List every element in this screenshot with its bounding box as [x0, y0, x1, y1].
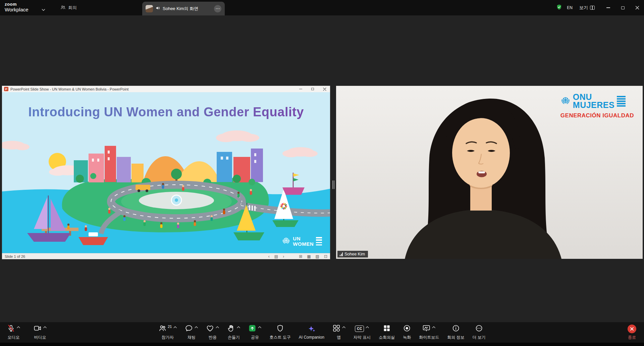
- view-button[interactable]: 보기: [579, 5, 595, 11]
- previous-slide-icon[interactable]: ‹: [268, 254, 270, 259]
- zoom-workplace-logo: zoom Workplace: [5, 2, 29, 12]
- next-slide-icon[interactable]: ›: [283, 254, 284, 259]
- reactions-button[interactable]: 반응: [203, 322, 222, 343]
- share-screen-button[interactable]: 공유: [245, 322, 264, 343]
- minimize-button[interactable]: [606, 6, 610, 10]
- participants-chevron-icon[interactable]: [173, 326, 177, 328]
- video-button[interactable]: 비디오: [31, 322, 50, 343]
- audio-label: 오디오: [8, 335, 20, 340]
- whiteboard-icon: [423, 324, 431, 333]
- ppt-minimize-button[interactable]: [299, 87, 303, 91]
- speaker-icon: [155, 6, 160, 11]
- apps-button[interactable]: 앱: [329, 322, 348, 343]
- tab-shared-screen[interactable]: Sohee Kim의 화면 ⋯: [142, 2, 225, 15]
- end-meeting-button[interactable]: 종료: [625, 322, 639, 343]
- apps-chevron-icon[interactable]: [342, 326, 345, 328]
- pane-resize-handle[interactable]: [332, 180, 334, 189]
- video-options-chevron-icon[interactable]: [43, 326, 47, 328]
- powerpoint-title-bar[interactable]: P PowerPoint Slide Show - UN Women & UN …: [2, 86, 330, 92]
- raised-hand-icon: [227, 324, 235, 333]
- slide-area[interactable]: Introducing UN Women and Gender Equality: [2, 92, 330, 253]
- raise-hand-button[interactable]: 손들기: [224, 322, 243, 343]
- apps-icon: [332, 324, 340, 333]
- participant-name-tag: Sohee Kim: [337, 251, 368, 257]
- reactions-chevron-icon[interactable]: [216, 326, 219, 328]
- security-shield-icon[interactable]: [556, 4, 562, 11]
- normal-view-icon[interactable]: ⊞: [299, 254, 302, 259]
- un-women-logo-line2: WOMEN: [293, 241, 314, 246]
- un-emblem-blue-icon: [560, 96, 571, 107]
- slide-sorter-view-icon[interactable]: ▦: [307, 254, 311, 259]
- meeting-toolbar: 오디오 비디오: [0, 322, 644, 343]
- bottom-edge-strip: [0, 343, 644, 346]
- captions-chevron-icon[interactable]: [366, 326, 369, 328]
- un-women-logo-line1: UN: [293, 236, 314, 241]
- ai-companion-label: AI Companion: [299, 335, 324, 340]
- captions-button[interactable]: CC 자막 표시: [351, 322, 374, 343]
- microphone-muted-icon: [7, 324, 15, 333]
- slide-counter: Slide 1 of 26: [5, 254, 25, 258]
- end-meeting-icon: [628, 325, 636, 333]
- generacion-igualdad-label: GENERACIÓN IGUALDAD: [560, 112, 634, 119]
- chat-chevron-icon[interactable]: [195, 326, 198, 328]
- closed-captions-icon: CC: [355, 326, 364, 332]
- audio-options-chevron-icon[interactable]: [17, 326, 20, 328]
- un-women-flag-icon: [617, 96, 626, 107]
- powerpoint-status-bar: Slide 1 of 26 ‹ ▤ › ⊞ ▦ ▧ ⊡: [2, 253, 330, 259]
- record-label: 녹화: [403, 335, 411, 340]
- info-icon: [452, 324, 460, 333]
- whiteboard-button[interactable]: 화이트보드: [416, 322, 442, 343]
- reactions-label: 반응: [209, 335, 217, 340]
- reading-view-icon[interactable]: ▧: [316, 254, 319, 259]
- un-women-logo: UN WOMEN: [282, 236, 322, 246]
- ai-sparkle-icon: [308, 325, 316, 334]
- breakout-rooms-icon: [383, 324, 391, 333]
- record-icon: [403, 324, 411, 333]
- tab-meeting[interactable]: 회의: [58, 0, 79, 15]
- meeting-info-button[interactable]: 회의 정보: [444, 322, 467, 343]
- logo-workplace-text: Workplace: [5, 7, 29, 12]
- slide-menu-icon[interactable]: ▤: [274, 254, 278, 259]
- breakout-rooms-label: 소회의실: [379, 335, 395, 340]
- powerpoint-window-title: PowerPoint Slide Show - UN Women & UN Wo…: [10, 87, 128, 91]
- participants-button[interactable]: 21 참가자: [155, 322, 180, 343]
- participant-name: Sohee Kim: [344, 252, 365, 256]
- captions-label: 자막 표시: [354, 335, 371, 340]
- participants-count-badge: 21: [168, 325, 172, 329]
- more-button[interactable]: 더 보기: [469, 322, 488, 343]
- zoom-meeting-window: zoom Workplace 회의 Sohee Kim의 화면 ⋯: [0, 0, 644, 346]
- share-chevron-icon[interactable]: [258, 326, 261, 328]
- share-screen-icon: [248, 324, 256, 333]
- breakout-rooms-button[interactable]: 소회의실: [376, 322, 398, 343]
- raise-hand-chevron-icon[interactable]: [237, 326, 240, 328]
- slideshow-view-icon[interactable]: ⊡: [324, 254, 327, 259]
- whiteboard-chevron-icon[interactable]: [432, 326, 436, 328]
- maximize-button[interactable]: [621, 6, 625, 10]
- heart-icon: [206, 324, 214, 333]
- more-label: 더 보기: [472, 335, 485, 340]
- host-tools-button[interactable]: 호스트 도구: [266, 322, 293, 343]
- language-indicator[interactable]: EN: [567, 5, 573, 10]
- ppt-maximize-button[interactable]: [311, 87, 315, 91]
- slide-title: Introducing UN Women and Gender Equality: [2, 105, 330, 119]
- tab-more-options-icon[interactable]: ⋯: [214, 5, 221, 12]
- record-button[interactable]: 녹화: [400, 322, 414, 343]
- close-button[interactable]: [635, 6, 639, 10]
- end-meeting-label: 종료: [628, 335, 636, 340]
- participant-video-feed: ONU MUJERES GENERACIÓN IGUALDAD Sohee Ki…: [336, 86, 643, 259]
- workspace-dropdown-chevron-icon[interactable]: [42, 6, 45, 12]
- audio-level-icon: [340, 252, 343, 256]
- view-layout-icon: [590, 6, 595, 10]
- ai-companion-button[interactable]: AI Companion: [296, 322, 327, 343]
- powerpoint-app-icon: P: [4, 87, 8, 91]
- powerpoint-window: P PowerPoint Slide Show - UN Women & UN …: [2, 86, 330, 259]
- video-label: 비디오: [34, 335, 46, 340]
- shield-icon: [276, 324, 284, 333]
- audio-button[interactable]: 오디오: [4, 322, 23, 343]
- meeting-info-label: 회의 정보: [447, 335, 464, 340]
- ppt-close-button[interactable]: [323, 87, 327, 91]
- camera-icon: [34, 324, 42, 333]
- host-tools-label: 호스트 도구: [269, 335, 290, 340]
- chat-button[interactable]: 채팅: [182, 322, 201, 343]
- onu-mujeres-logo: ONU MUJERES GENERACIÓN IGUALDAD: [560, 93, 634, 119]
